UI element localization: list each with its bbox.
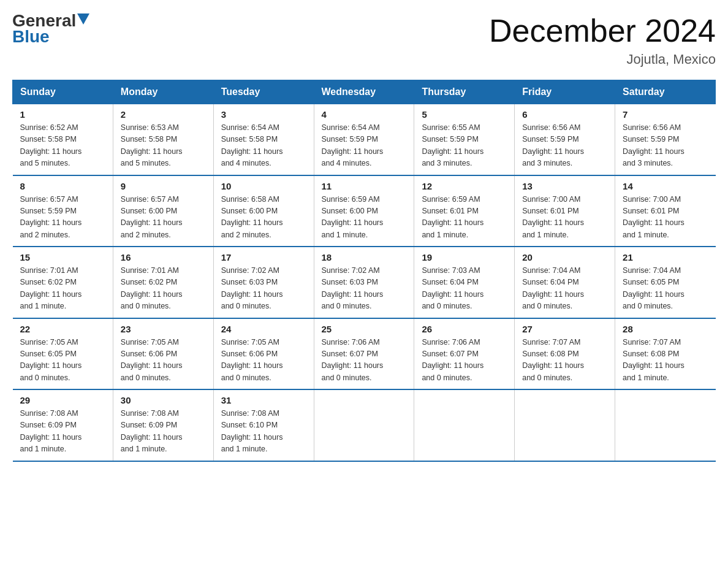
calendar-week-row: 1 Sunrise: 6:52 AMSunset: 5:58 PMDayligh… — [13, 104, 716, 175]
calendar-cell: 1 Sunrise: 6:52 AMSunset: 5:58 PMDayligh… — [13, 104, 113, 175]
col-sunday: Sunday — [13, 80, 113, 104]
day-number: 26 — [422, 324, 507, 334]
calendar-cell: 9 Sunrise: 6:57 AMSunset: 6:00 PMDayligh… — [113, 175, 213, 247]
page-header: General Blue December 2024 Jojutla, Mexi… — [12, 12, 716, 67]
day-number: 30 — [121, 395, 206, 405]
day-info: Sunrise: 6:59 AMSunset: 6:00 PMDaylight:… — [322, 194, 407, 242]
day-number: 16 — [121, 252, 206, 262]
col-wednesday: Wednesday — [314, 80, 414, 104]
day-number: 17 — [221, 252, 306, 262]
day-number: 19 — [422, 252, 507, 262]
day-number: 7 — [623, 109, 708, 120]
day-info: Sunrise: 7:08 AMSunset: 6:09 PMDaylight:… — [121, 408, 206, 456]
calendar-cell: 8 Sunrise: 6:57 AMSunset: 5:59 PMDayligh… — [13, 175, 113, 247]
day-info: Sunrise: 6:58 AMSunset: 6:00 PMDaylight:… — [221, 194, 306, 242]
calendar-title: December 2024 — [489, 12, 716, 49]
day-number: 14 — [623, 181, 708, 191]
day-number: 9 — [121, 181, 206, 191]
calendar-week-row: 22 Sunrise: 7:05 AMSunset: 6:05 PMDaylig… — [13, 318, 716, 390]
calendar-cell: 27 Sunrise: 7:07 AMSunset: 6:08 PMDaylig… — [515, 318, 615, 390]
calendar-cell — [615, 389, 716, 461]
day-info: Sunrise: 7:05 AMSunset: 6:06 PMDaylight:… — [121, 337, 206, 385]
calendar-cell: 12 Sunrise: 6:59 AMSunset: 6:01 PMDaylig… — [414, 175, 515, 247]
day-number: 22 — [20, 324, 105, 334]
calendar-week-row: 15 Sunrise: 7:01 AMSunset: 6:02 PMDaylig… — [13, 247, 716, 318]
day-info: Sunrise: 7:02 AMSunset: 6:03 PMDaylight:… — [221, 265, 306, 313]
logo-triangle-icon — [77, 13, 89, 26]
day-number: 15 — [20, 252, 105, 262]
day-number: 3 — [221, 109, 306, 120]
calendar-header-row: Sunday Monday Tuesday Wednesday Thursday… — [13, 80, 716, 104]
day-number: 6 — [522, 109, 607, 120]
calendar-cell: 31 Sunrise: 7:08 AMSunset: 6:10 PMDaylig… — [213, 389, 314, 461]
day-info: Sunrise: 7:07 AMSunset: 6:08 PMDaylight:… — [623, 337, 708, 385]
calendar-cell: 20 Sunrise: 7:04 AMSunset: 6:04 PMDaylig… — [515, 247, 615, 318]
calendar-week-row: 8 Sunrise: 6:57 AMSunset: 5:59 PMDayligh… — [13, 175, 716, 247]
calendar-cell: 25 Sunrise: 7:06 AMSunset: 6:07 PMDaylig… — [314, 318, 414, 390]
calendar-cell: 23 Sunrise: 7:05 AMSunset: 6:06 PMDaylig… — [113, 318, 213, 390]
day-info: Sunrise: 6:54 AMSunset: 5:59 PMDaylight:… — [322, 122, 407, 170]
day-info: Sunrise: 6:56 AMSunset: 5:59 PMDaylight:… — [522, 122, 607, 170]
calendar-cell: 17 Sunrise: 7:02 AMSunset: 6:03 PMDaylig… — [213, 247, 314, 318]
col-saturday: Saturday — [615, 80, 716, 104]
calendar-cell: 7 Sunrise: 6:56 AMSunset: 5:59 PMDayligh… — [615, 104, 716, 175]
day-number: 10 — [221, 181, 306, 191]
day-number: 1 — [20, 109, 105, 120]
col-friday: Friday — [515, 80, 615, 104]
day-number: 11 — [322, 181, 407, 191]
day-number: 4 — [322, 109, 407, 120]
calendar-subtitle: Jojutla, Mexico — [489, 52, 716, 67]
calendar-cell: 19 Sunrise: 7:03 AMSunset: 6:04 PMDaylig… — [414, 247, 515, 318]
day-info: Sunrise: 7:03 AMSunset: 6:04 PMDaylight:… — [422, 265, 507, 313]
calendar-week-row: 29 Sunrise: 7:08 AMSunset: 6:09 PMDaylig… — [13, 389, 716, 461]
day-info: Sunrise: 6:57 AMSunset: 6:00 PMDaylight:… — [121, 194, 206, 242]
day-info: Sunrise: 7:05 AMSunset: 6:05 PMDaylight:… — [20, 337, 105, 385]
calendar-cell: 21 Sunrise: 7:04 AMSunset: 6:05 PMDaylig… — [615, 247, 716, 318]
day-info: Sunrise: 7:01 AMSunset: 6:02 PMDaylight:… — [121, 265, 206, 313]
calendar-cell: 16 Sunrise: 7:01 AMSunset: 6:02 PMDaylig… — [113, 247, 213, 318]
calendar-cell: 14 Sunrise: 7:00 AMSunset: 6:01 PMDaylig… — [615, 175, 716, 247]
calendar-cell — [414, 389, 515, 461]
day-number: 18 — [322, 252, 407, 262]
day-number: 24 — [221, 324, 306, 334]
day-number: 21 — [623, 252, 708, 262]
calendar-cell — [515, 389, 615, 461]
col-tuesday: Tuesday — [213, 80, 314, 104]
day-info: Sunrise: 6:59 AMSunset: 6:01 PMDaylight:… — [422, 194, 507, 242]
calendar-cell: 11 Sunrise: 6:59 AMSunset: 6:00 PMDaylig… — [314, 175, 414, 247]
calendar-cell: 3 Sunrise: 6:54 AMSunset: 5:58 PMDayligh… — [213, 104, 314, 175]
day-info: Sunrise: 7:00 AMSunset: 6:01 PMDaylight:… — [623, 194, 708, 242]
calendar-cell: 29 Sunrise: 7:08 AMSunset: 6:09 PMDaylig… — [13, 389, 113, 461]
logo: General Blue — [12, 12, 89, 47]
day-info: Sunrise: 7:04 AMSunset: 6:05 PMDaylight:… — [623, 265, 708, 313]
calendar-cell: 4 Sunrise: 6:54 AMSunset: 5:59 PMDayligh… — [314, 104, 414, 175]
day-info: Sunrise: 6:53 AMSunset: 5:58 PMDaylight:… — [121, 122, 206, 170]
calendar-cell: 22 Sunrise: 7:05 AMSunset: 6:05 PMDaylig… — [13, 318, 113, 390]
day-info: Sunrise: 7:02 AMSunset: 6:03 PMDaylight:… — [322, 265, 407, 313]
calendar-cell — [314, 389, 414, 461]
day-number: 23 — [121, 324, 206, 334]
calendar-cell: 5 Sunrise: 6:55 AMSunset: 5:59 PMDayligh… — [414, 104, 515, 175]
day-number: 28 — [623, 324, 708, 334]
day-info: Sunrise: 6:56 AMSunset: 5:59 PMDaylight:… — [623, 122, 708, 170]
calendar-cell: 24 Sunrise: 7:05 AMSunset: 6:06 PMDaylig… — [213, 318, 314, 390]
day-info: Sunrise: 7:04 AMSunset: 6:04 PMDaylight:… — [522, 265, 607, 313]
day-info: Sunrise: 7:06 AMSunset: 6:07 PMDaylight:… — [322, 337, 407, 385]
logo-blue-text: Blue — [12, 27, 50, 47]
day-info: Sunrise: 7:00 AMSunset: 6:01 PMDaylight:… — [522, 194, 607, 242]
col-monday: Monday — [113, 80, 213, 104]
day-info: Sunrise: 7:08 AMSunset: 6:09 PMDaylight:… — [20, 408, 105, 456]
title-block: December 2024 Jojutla, Mexico — [489, 12, 716, 67]
day-info: Sunrise: 7:01 AMSunset: 6:02 PMDaylight:… — [20, 265, 105, 313]
day-info: Sunrise: 7:05 AMSunset: 6:06 PMDaylight:… — [221, 337, 306, 385]
day-number: 2 — [121, 109, 206, 120]
calendar-cell: 28 Sunrise: 7:07 AMSunset: 6:08 PMDaylig… — [615, 318, 716, 390]
day-info: Sunrise: 6:57 AMSunset: 5:59 PMDaylight:… — [20, 194, 105, 242]
day-info: Sunrise: 6:52 AMSunset: 5:58 PMDaylight:… — [20, 122, 105, 170]
calendar-cell: 6 Sunrise: 6:56 AMSunset: 5:59 PMDayligh… — [515, 104, 615, 175]
day-number: 31 — [221, 395, 306, 405]
calendar-cell: 26 Sunrise: 7:06 AMSunset: 6:07 PMDaylig… — [414, 318, 515, 390]
day-number: 13 — [522, 181, 607, 191]
day-number: 29 — [20, 395, 105, 405]
col-thursday: Thursday — [414, 80, 515, 104]
